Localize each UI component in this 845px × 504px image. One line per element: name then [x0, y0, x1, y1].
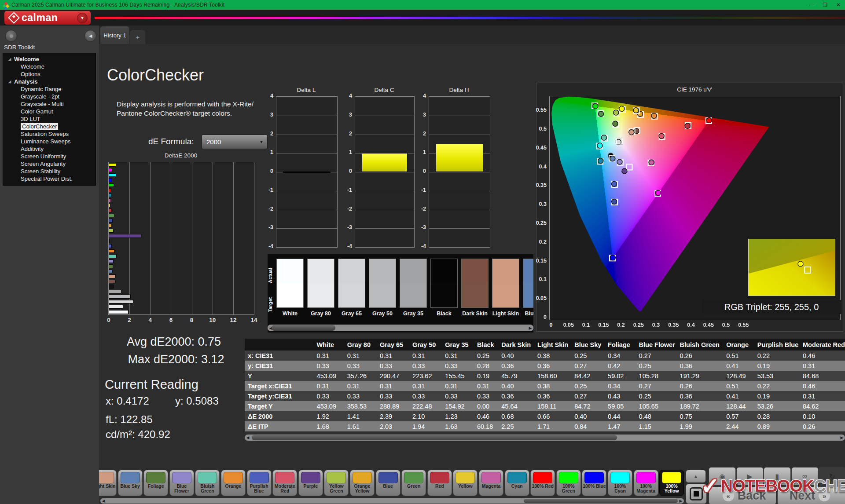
page-title: ColorChecker	[107, 66, 204, 84]
patch-button-100-green[interactable]: 100% Green	[556, 470, 581, 496]
patch-bar-scrollbar[interactable]: ◀ ▶	[100, 498, 684, 504]
sidebar-item-analysis[interactable]: ◢Analysis	[3, 78, 96, 85]
swatch-actual	[277, 259, 303, 283]
bar-orange-yellow	[109, 224, 112, 228]
table-cell: 453.09	[314, 371, 344, 381]
patch-button-purplish-blue[interactable]: Purplish Blue	[247, 470, 272, 496]
patch-button-cyan[interactable]: Cyan	[505, 470, 529, 496]
current-cdm2: cd/m²: 420.92	[106, 428, 170, 441]
sidebar-item-grayscale-2pt[interactable]: Grayscale - 2pt	[3, 93, 96, 100]
patch-button-100-blue[interactable]: 100% Blue	[582, 470, 606, 496]
patch-button-label: Yellow	[453, 484, 477, 489]
bar-cyan	[109, 194, 112, 197]
sidebar-item-screen-stability[interactable]: Screen Stability	[3, 168, 96, 175]
patch-button-blue-sky[interactable]: Blue Sky	[118, 470, 143, 496]
patch-button-100-magenta[interactable]: 100% Magenta	[634, 470, 658, 496]
gridline	[171, 162, 171, 314]
patch-button-100-red[interactable]: 100% Red	[530, 470, 555, 496]
cie-y-tick-label: 0.1	[531, 276, 547, 282]
sidebar-item-screen-uniformity[interactable]: Screen Uniformity	[3, 153, 96, 160]
swatch-scrollbar-thumb[interactable]	[272, 325, 335, 331]
tab-history-1[interactable]: History 1	[100, 26, 129, 44]
y-tick-label: 1	[415, 149, 426, 155]
sidebar-item-saturation-sweeps[interactable]: Saturation Sweeps	[3, 130, 96, 138]
cie-x-tick-label: 0.55	[735, 322, 751, 328]
maximize-button[interactable]: ❒	[819, 0, 832, 10]
scroll-left-icon[interactable]: ◀	[245, 435, 251, 441]
table-cell: 0.40	[571, 411, 605, 421]
row-label: y: CIE31	[245, 361, 314, 371]
minimize-button[interactable]: —	[805, 0, 819, 10]
sidebar-item-color-gamut[interactable]: Color Gamut	[3, 108, 96, 115]
scroll-left-icon[interactable]: ◀	[100, 498, 107, 504]
gridline	[213, 162, 213, 314]
cie-y-tick-label: 0.05	[531, 295, 547, 301]
sidebar-item-label: Saturation Sweeps	[21, 131, 69, 137]
add-tab-button[interactable]: +	[130, 30, 145, 44]
table-scrollbar-thumb[interactable]	[252, 435, 617, 440]
patch-color	[275, 472, 294, 483]
table-scrollbar[interactable]: ◀ ▶	[245, 435, 845, 441]
sidebar-item-additivity[interactable]: Additivity	[3, 145, 96, 153]
patch-button-red[interactable]: Red	[427, 470, 452, 496]
patch-color	[533, 472, 552, 483]
de-formula-select[interactable]: 2000 ▼	[202, 135, 268, 149]
patch-button-100-yellow[interactable]: 100% Yellow	[659, 470, 684, 496]
patch-button-blue[interactable]: Blue	[376, 470, 400, 496]
patch-button-bluish-green[interactable]: Bluish Green	[195, 470, 220, 496]
calman-logo-button[interactable]: calman ▼	[4, 11, 91, 25]
table-cell: 222.48	[409, 401, 442, 411]
swatch-actual	[492, 259, 519, 283]
patch-button-yellow[interactable]: Yellow	[453, 470, 478, 496]
patch-button-label: Orange	[221, 484, 245, 489]
patch-button-100-cyan[interactable]: 100% Cyan	[608, 470, 632, 496]
sidebar-item-welcome[interactable]: ◢Welcome	[3, 55, 96, 63]
patch-button-purple[interactable]: Purple	[298, 470, 323, 496]
patch-button-moderate-red[interactable]: Moderate Red	[272, 470, 297, 496]
patch-button-foliage[interactable]: Foliage	[143, 470, 168, 496]
y-tick-label: -4	[263, 243, 273, 249]
swatch-scrollbar[interactable]: ◀ ▶	[268, 325, 533, 331]
gridline	[429, 191, 490, 191]
x-tick-label: 12	[228, 317, 239, 323]
sidebar-item-luminance-sweeps[interactable]: Luminance Sweeps	[3, 138, 96, 145]
bar-dark-skin	[109, 280, 116, 284]
gridline	[429, 135, 490, 135]
scroll-right-icon[interactable]: ▶	[678, 498, 684, 504]
sidebar-item-grayscale-multi[interactable]: Grayscale - Multi	[3, 100, 96, 108]
table-cell: 158.11	[534, 401, 571, 411]
patch-button-label: Red	[428, 484, 452, 489]
patch-bar-scrollbar-thumb[interactable]	[524, 499, 678, 503]
sidebar-collapse-button[interactable]: ◀	[84, 30, 96, 42]
sidebar-item-options[interactable]: Options	[3, 70, 96, 78]
sidebar-item-welcome[interactable]: Welcome	[3, 63, 96, 70]
patch-button-yellow-green[interactable]: Yellow Green	[324, 470, 349, 496]
bar-100-cyan	[109, 173, 116, 177]
close-button[interactable]: ✕	[832, 0, 845, 10]
patch-button-orange-yellow[interactable]: Orange Yellow	[350, 470, 375, 496]
sidebar-item-3d-lut[interactable]: 3D LUT	[3, 115, 96, 123]
patch-button-blue-flower[interactable]: Blue Flower	[169, 470, 194, 496]
bar-gray-65	[109, 300, 133, 304]
patch-button-green[interactable]: Green	[401, 470, 426, 496]
table-cell: 154.92	[442, 401, 474, 411]
sidebar-record-button[interactable]	[5, 30, 17, 42]
table-cell: 0.33	[409, 391, 442, 401]
patch-button-label: Cyan	[505, 484, 529, 489]
table-cell: 0.51	[723, 381, 754, 391]
patch-button-magenta[interactable]: Magenta	[479, 470, 503, 496]
scroll-right-icon[interactable]: ▶	[527, 325, 533, 331]
table-cell: 0.33	[377, 361, 409, 371]
sidebar-item-spectral-power-dist[interactable]: Spectral Power Dist.	[3, 175, 96, 183]
sidebar-item-screen-angularity[interactable]: Screen Angularity	[3, 160, 96, 168]
patch-button-orange[interactable]: Orange	[221, 470, 246, 496]
sidebar-item-colorchecker[interactable]: ColorChecker	[3, 123, 96, 130]
calman-logo-text: calman	[22, 12, 58, 24]
swatch-target	[338, 283, 365, 307]
sidebar-item-dynamic-range[interactable]: Dynamic Range	[3, 85, 96, 93]
table-cell: 84.68	[800, 371, 845, 381]
y-tick-label: 2	[263, 131, 273, 137]
scroll-right-icon[interactable]: ▶	[839, 435, 845, 441]
logo-menu-chevron-icon[interactable]: ▼	[77, 13, 88, 23]
patch-button-label: Orange Yellow	[350, 484, 374, 493]
